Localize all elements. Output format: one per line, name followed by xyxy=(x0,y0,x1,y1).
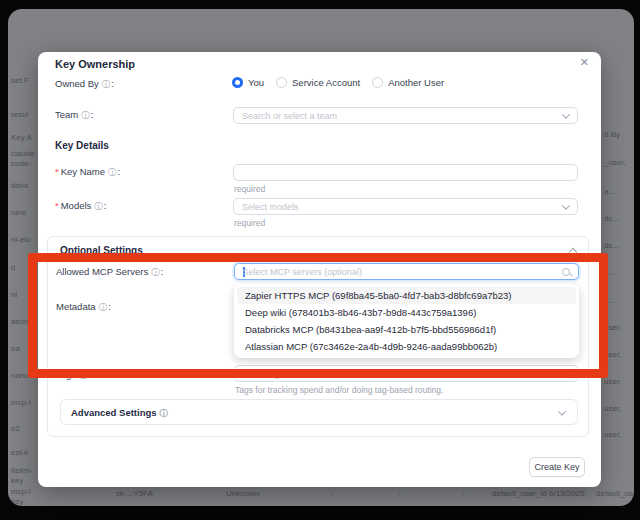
radio-another-user[interactable]: Another User xyxy=(372,77,444,88)
background-text-fragment: d By xyxy=(604,130,620,139)
chevron-down-icon xyxy=(563,368,571,376)
info-icon: ⓘ xyxy=(81,110,90,120)
key-name-required-hint: required xyxy=(234,184,265,194)
background-text-fragment: user, xyxy=(604,350,621,359)
background-text-fragment: user, xyxy=(604,377,621,386)
create-key-modal: Key Ownership ✕ Owned Byⓘ: You Service A… xyxy=(38,52,601,487)
background-text-fragment: - xyxy=(398,489,401,498)
background-text-fragment: Unknown xyxy=(226,489,259,498)
models-select[interactable]: Select models xyxy=(233,198,578,215)
metadata-label: Metadataⓘ: xyxy=(56,301,111,314)
background-text-fragment: - xyxy=(330,489,333,498)
background-text-fragment: default_user_id xyxy=(492,489,547,498)
info-icon: ⓘ xyxy=(151,267,160,277)
models-required-hint: required xyxy=(234,218,265,228)
key-name-label: *Key Nameⓘ: xyxy=(55,166,120,179)
radio-unselected-icon[interactable] xyxy=(276,77,287,88)
models-placeholder: Select models xyxy=(242,202,563,212)
radio-service-account-label[interactable]: Service Account xyxy=(292,77,360,88)
key-details-heading: Key Details xyxy=(55,140,109,151)
background-text-fragment: _user, xyxy=(604,158,626,167)
background-text-fragment: a... xyxy=(604,187,615,196)
mcp-option-deep-wiki[interactable]: Deep wiki (678401b3-8b46-43b7-b9d8-443c7… xyxy=(237,304,576,321)
tags-placeholder: Enter tags xyxy=(243,369,564,379)
background-text-fragment: nanu xyxy=(11,371,29,380)
background-text-fragment: ni-elo xyxy=(11,235,31,244)
mcp-option-atlassian[interactable]: Atlassian MCP (67c3462e-2a4b-4d9b-9246-a… xyxy=(237,338,576,355)
background-text-fragment: est-k xyxy=(11,448,28,457)
background-text-fragment: ason2 xyxy=(11,317,33,326)
chevron-up-icon[interactable] xyxy=(569,248,577,256)
background-text-fragment: claude xyxy=(11,149,35,158)
background-text-fragment: a... xyxy=(604,296,615,305)
background-text-fragment: set F xyxy=(11,76,29,85)
radio-another-user-label[interactable]: Another User xyxy=(388,77,444,88)
background-text-fragment: 6/13/2025 xyxy=(549,489,585,498)
owned-by-label: Owned Byⓘ: xyxy=(55,78,114,91)
optional-settings-panel: Optional Settings Allowed MCP Serversⓘ: … xyxy=(47,236,589,437)
optional-settings-heading[interactable]: Optional Settings xyxy=(60,245,143,256)
team-select[interactable]: Search or select a team xyxy=(233,107,578,124)
background-text-fragment: Key A xyxy=(11,133,32,142)
background-text-fragment: oa xyxy=(11,344,20,353)
tags-helper-text: Tags for tracking spend and/or doing tag… xyxy=(235,385,443,395)
background-text-fragment: - xyxy=(462,489,465,498)
radio-you[interactable]: You xyxy=(232,77,264,88)
search-icon xyxy=(562,268,570,276)
background-text-fragment: key xyxy=(11,476,23,485)
mcp-servers-placeholder: Select MCP servers (optional) xyxy=(243,267,563,277)
radio-selected-icon[interactable] xyxy=(232,77,243,88)
background-text-fragment: ni xyxy=(11,290,17,299)
background-text-fragment: user, xyxy=(604,323,621,332)
background-text-fragment: c... xyxy=(604,268,615,277)
advanced-settings-panel[interactable]: Advanced Settingsⓘ xyxy=(60,399,578,425)
info-icon: ⓘ xyxy=(79,370,88,380)
background-text-fragment: key xyxy=(11,497,23,506)
background-text-fragment: itellm- xyxy=(11,466,32,475)
create-key-button[interactable]: Create Key xyxy=(529,457,585,477)
chevron-down-icon xyxy=(558,407,566,415)
radio-you-label[interactable]: You xyxy=(248,77,264,88)
background-text-fragment: mcp-t xyxy=(11,398,31,407)
background-text-fragment: user, xyxy=(604,404,621,413)
models-label: *Modelsⓘ: xyxy=(55,200,106,213)
info-icon: ⓘ xyxy=(99,302,108,312)
allowed-mcp-servers-label: Allowed MCP Serversⓘ: xyxy=(56,266,163,279)
key-name-input[interactable] xyxy=(233,164,578,181)
background-text-fragment: sk-...Y5FA xyxy=(116,489,153,498)
team-placeholder: Search or select a team xyxy=(242,111,563,121)
modal-title: Key Ownership xyxy=(55,58,135,70)
chevron-down-icon xyxy=(562,201,570,209)
background-text-fragment: dc... xyxy=(604,241,619,250)
mcp-option-zapier[interactable]: Zapier HTTPS MCP (69f8ba45-5ba0-4fd7-bab… xyxy=(237,287,576,304)
radio-unselected-icon[interactable] xyxy=(372,77,383,88)
radio-service-account[interactable]: Service Account xyxy=(276,77,360,88)
tags-select[interactable]: Enter tags xyxy=(234,365,579,382)
team-label: Teamⓘ: xyxy=(55,109,93,122)
chevron-down-icon xyxy=(562,110,570,118)
background-text-fragment: d xyxy=(11,263,15,272)
background-text-fragment: default_user, xyxy=(596,489,634,498)
info-icon: ⓘ xyxy=(160,408,169,418)
advanced-settings-label: Advanced Settingsⓘ xyxy=(71,407,169,420)
background-text-fragment: user, xyxy=(604,430,621,439)
info-icon: ⓘ xyxy=(102,79,111,89)
background-text-fragment: resul xyxy=(11,110,28,119)
info-icon: ⓘ xyxy=(94,201,103,211)
background-text-fragment: code- xyxy=(11,159,31,168)
info-icon: ⓘ xyxy=(108,167,117,177)
mcp-servers-dropdown: Zapier HTTPS MCP (69f8ba45-5ba0-4fd7-bab… xyxy=(234,284,579,358)
background-text-fragment: mcp-l xyxy=(11,487,31,496)
background-text-fragment: dc... xyxy=(604,214,619,223)
tags-label: Tagsⓘ: xyxy=(56,369,91,382)
owned-by-radio-group: You Service Account Another User xyxy=(232,77,444,88)
background-text-fragment: o2 xyxy=(11,424,20,433)
background-text-fragment: nine xyxy=(11,208,26,217)
mcp-option-databricks[interactable]: Databricks MCP (b8431bea-aa9f-412b-b7f5-… xyxy=(237,321,576,338)
mcp-servers-select[interactable]: Select MCP servers (optional) xyxy=(234,263,579,280)
background-text-fragment: ddvd xyxy=(11,181,28,190)
close-icon[interactable]: ✕ xyxy=(580,56,589,69)
